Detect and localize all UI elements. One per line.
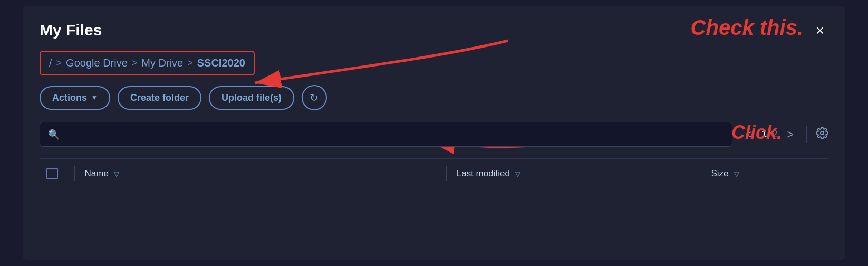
breadcrumb-root[interactable]: / [49,57,52,69]
col-modified-header: Last modified ▽ [457,168,691,179]
create-folder-label: Create folder [130,92,189,103]
refresh-icon: ↻ [310,91,319,104]
search-row: 🔍 < 1 2 > [40,122,828,147]
close-button[interactable]: × [812,21,828,40]
select-all-checkbox-col [40,168,65,179]
breadcrumb-sep3: > [187,58,193,69]
col-modified-label: Last modified [457,168,510,179]
search-box: 🔍 [40,122,732,147]
actions-label: Actions [52,92,87,103]
actions-button[interactable]: Actions ▼ [40,86,110,110]
search-icon: 🔍 [48,129,60,140]
upload-files-label: Upload file(s) [221,92,282,103]
settings-button[interactable] [816,127,828,142]
col-name-header: Name ▽ [85,168,437,179]
search-input[interactable] [40,122,732,147]
breadcrumb-row: / > Google Drive > My Drive > SSCI2020 [40,51,828,75]
select-all-checkbox[interactable] [46,168,58,179]
col-divider-1 [74,166,75,181]
breadcrumb-my-drive[interactable]: My Drive [141,57,183,69]
col-name-label: Name [85,168,109,179]
refresh-button[interactable]: ↻ [302,85,327,110]
pagination-divider [806,126,807,143]
col-size-header: Size ▽ [711,168,828,179]
col-size-label: Size [711,168,728,179]
dialog-container: Check this. Click. My Files × / > Google… [23,6,845,260]
page-2[interactable]: 2 [772,129,777,140]
dialog-title: My Files [40,21,102,39]
dialog-header: My Files × [40,21,828,40]
col-size-sort-icon[interactable]: ▽ [734,170,739,178]
col-divider-2 [446,166,447,181]
breadcrumb-sep1: > [56,58,62,69]
actions-dropdown-icon: ▼ [91,94,98,101]
breadcrumb-ssci2020[interactable]: SSCI2020 [197,57,245,69]
prev-page-button[interactable]: < [741,126,756,144]
col-name-sort-icon[interactable]: ▽ [114,170,119,178]
toolbar: Actions ▼ Create folder Upload file(s) ↻ [40,85,828,110]
page-1[interactable]: 1 [761,129,767,140]
upload-files-button[interactable]: Upload file(s) [209,86,294,110]
table-header: Name ▽ Last modified ▽ Size ▽ [40,158,828,188]
breadcrumb-sep2: > [132,58,138,69]
col-divider-3 [701,166,702,181]
next-page-button[interactable]: > [783,126,798,144]
col-modified-sort-icon[interactable]: ▽ [515,170,520,178]
create-folder-button[interactable]: Create folder [118,86,201,110]
breadcrumb-google-drive[interactable]: Google Drive [66,57,128,69]
breadcrumb: / > Google Drive > My Drive > SSCI2020 [40,51,255,75]
pagination: < 1 2 > [741,126,828,144]
svg-point-2 [821,131,824,135]
